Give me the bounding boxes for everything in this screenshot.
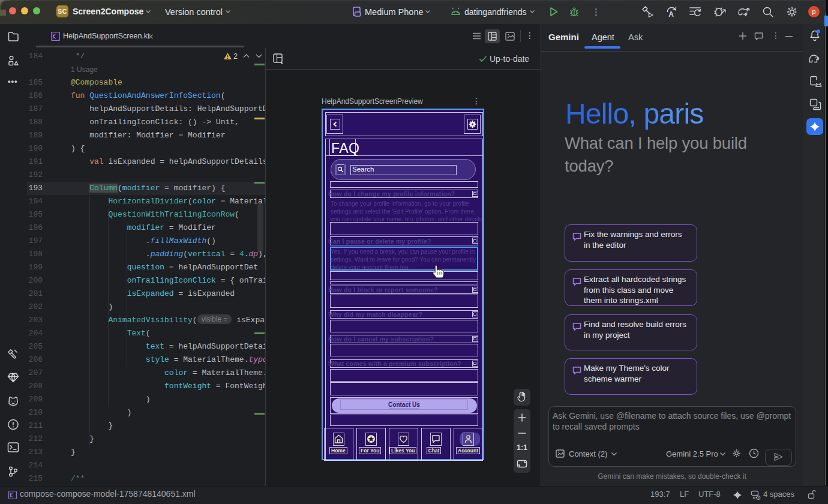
svg-text:A: A (668, 10, 674, 18)
